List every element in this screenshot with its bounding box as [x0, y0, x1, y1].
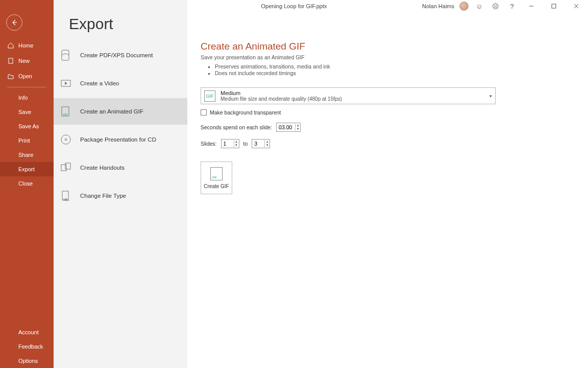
handouts-icon: [59, 160, 73, 175]
sidebar-item-label: Close: [18, 180, 33, 187]
create-gif-label: Create GIF: [204, 183, 229, 189]
quality-dropdown[interactable]: GIF Medium Medium file size and moderate…: [201, 87, 496, 104]
back-button[interactable]: [6, 14, 22, 31]
export-item-label: Create an Animated GIF: [80, 108, 143, 114]
pdf-icon: [59, 48, 73, 62]
slides-to-label: to: [243, 141, 248, 147]
export-item-label: Create PDF/XPS Document: [80, 52, 153, 58]
export-item-pdf[interactable]: Create PDF/XPS Document: [54, 42, 187, 68]
seconds-label: Seconds spend on each slide:: [201, 124, 272, 130]
spinner-arrows-icon[interactable]: ▲▼: [234, 140, 239, 147]
slides-from-input[interactable]: [222, 141, 234, 147]
checkbox[interactable]: [201, 109, 207, 116]
slides-from-spinner[interactable]: ▲▼: [221, 139, 239, 148]
sidebar-item-export[interactable]: Export: [0, 162, 54, 176]
user-name: Nolan Haims: [422, 3, 454, 9]
seconds-input[interactable]: [277, 124, 295, 130]
sidebar-item-home[interactable]: Home: [0, 38, 54, 53]
sidebar-item-label: Account: [18, 329, 39, 335]
panel-bullets: Preserves animations, transitions, media…: [215, 63, 588, 76]
page-title: Export: [69, 15, 187, 33]
svg-rect-1: [552, 4, 556, 8]
quality-name: Medium: [220, 90, 342, 96]
home-icon: [7, 42, 14, 49]
chevron-down-icon: ▾: [489, 94, 492, 99]
sidebar-item-close[interactable]: Close: [0, 176, 54, 191]
export-item-handouts[interactable]: Create Handouts: [54, 154, 187, 181]
slides-to-input[interactable]: [252, 141, 264, 147]
bullet-item: Does not include recorded timings: [215, 70, 588, 76]
export-item-label: Package Presentation for CD: [80, 136, 156, 143]
sidebar-item-label: Print: [18, 137, 30, 144]
close-icon: [574, 4, 579, 9]
sidebar-item-new[interactable]: New: [0, 53, 54, 68]
cd-icon: [59, 132, 73, 147]
sidebar-item-label: Feedback: [18, 343, 43, 350]
avatar[interactable]: [459, 2, 469, 11]
sidebar-item-label: Home: [18, 42, 33, 49]
create-gif-icon: [210, 167, 223, 180]
back-arrow-icon: [11, 19, 18, 26]
sidebar-item-label: Save: [18, 109, 31, 115]
svg-rect-5: [9, 58, 13, 63]
sidebar-item-save-as[interactable]: Save As: [0, 119, 54, 133]
sidebar-separator: [7, 87, 46, 87]
maximize-icon: [551, 4, 556, 9]
transparent-checkbox-row[interactable]: Make background transparent: [201, 109, 588, 116]
create-gif-button[interactable]: Create GIF: [201, 162, 232, 194]
sidebar-item-label: Save As: [18, 123, 39, 129]
backstage-sidebar: Home New Open Info Save Save As Print Sh…: [0, 0, 54, 368]
gif-icon: GIF: [59, 104, 73, 119]
maximize-button[interactable]: [545, 0, 562, 12]
minimize-button[interactable]: [523, 0, 540, 12]
sidebar-item-label: Open: [18, 73, 32, 79]
quality-text: Medium Medium file size and moderate qua…: [220, 90, 342, 102]
minimize-icon: [529, 4, 534, 9]
video-icon: [59, 76, 73, 90]
close-button[interactable]: [568, 0, 585, 12]
sidebar-item-info[interactable]: Info: [0, 90, 54, 105]
help-icon[interactable]: ?: [506, 1, 518, 12]
sidebar-item-label: Info: [18, 95, 28, 101]
sidebar-item-save[interactable]: Save: [0, 105, 54, 119]
sidebar-item-account[interactable]: Account: [0, 325, 54, 339]
panel-subtitle: Save your presentation as an Animated GI…: [201, 54, 588, 60]
open-icon: [7, 73, 14, 80]
svg-text:GIF: GIF: [63, 113, 68, 116]
export-details-panel: Create an Animated GIF Save your present…: [187, 41, 588, 194]
export-item-label: Create a Video: [80, 80, 119, 86]
document-title: Opening Loop for GIF.pptx: [261, 3, 327, 9]
filetype-icon: [59, 189, 73, 203]
export-item-filetype[interactable]: Change File Type: [54, 182, 187, 209]
export-item-cd[interactable]: Package Presentation for CD: [54, 126, 187, 153]
sidebar-item-print[interactable]: Print: [0, 133, 54, 148]
sidebar-item-options[interactable]: Options: [0, 354, 54, 368]
spinner-arrows-icon[interactable]: ▲▼: [264, 140, 270, 147]
titlebar-right: Nolan Haims ☺ ☹ ?: [422, 0, 585, 12]
sidebar-item-share[interactable]: Share: [0, 148, 54, 162]
bullet-item: Preserves animations, transitions, media…: [215, 63, 588, 70]
face-sad-icon[interactable]: ☹: [490, 1, 501, 12]
export-types-column: Export Create PDF/XPS Document Create a …: [54, 0, 187, 368]
sidebar-item-label: New: [18, 58, 30, 64]
export-item-gif[interactable]: GIF Create an Animated GIF: [54, 98, 187, 125]
spinner-arrows-icon[interactable]: ▲▼: [295, 124, 300, 131]
svg-rect-15: [62, 191, 68, 199]
export-item-label: Change File Type: [80, 193, 126, 199]
export-item-video[interactable]: Create a Video: [54, 70, 187, 97]
svg-point-11: [61, 135, 70, 144]
face-happy-icon[interactable]: ☺: [474, 1, 485, 12]
sidebar-item-open[interactable]: Open: [0, 68, 54, 84]
quality-icon: GIF: [204, 90, 215, 102]
sidebar-item-label: Share: [18, 152, 33, 158]
svg-marker-8: [65, 82, 67, 85]
sidebar-item-label: Options: [18, 358, 38, 364]
svg-point-12: [65, 139, 67, 141]
quality-desc: Medium file size and moderate quality (4…: [220, 96, 342, 102]
seconds-spinner[interactable]: ▲▼: [276, 123, 301, 132]
checkbox-label: Make background transparent: [210, 109, 281, 116]
export-item-label: Create Handouts: [80, 165, 125, 171]
sidebar-item-feedback[interactable]: Feedback: [0, 339, 54, 354]
panel-title: Create an Animated GIF: [201, 41, 588, 52]
slides-to-spinner[interactable]: ▲▼: [252, 139, 270, 148]
